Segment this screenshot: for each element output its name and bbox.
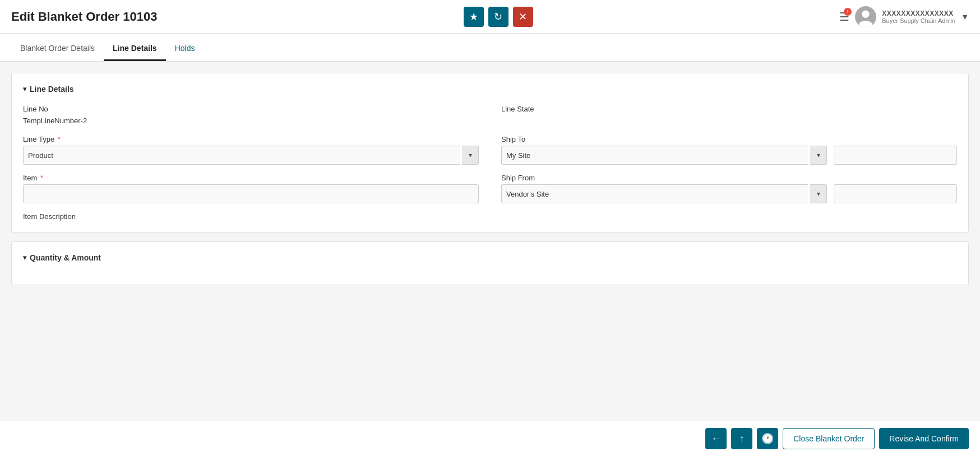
item-description-label: Item Description xyxy=(23,212,479,221)
line-type-group: Line Type * ▾ xyxy=(23,135,479,165)
svg-point-1 xyxy=(862,10,870,17)
close-button[interactable]: ✕ xyxy=(513,7,533,27)
line-type-label: Line Type * xyxy=(23,135,479,143)
tab-holds[interactable]: Holds xyxy=(166,37,204,61)
item-label: Item * xyxy=(23,174,479,182)
quantity-amount-header[interactable]: ▾ Quantity & Amount xyxy=(23,253,957,262)
user-dropdown-arrow[interactable]: ▼ xyxy=(961,12,969,21)
refresh-button[interactable]: ↻ xyxy=(488,7,509,27)
user-info: XXXXXXXXXXXXXXX Buyer Supply Chain Admin xyxy=(882,10,955,24)
ship-to-input-wrapper: ▾ xyxy=(501,146,957,165)
line-state-label: Line State xyxy=(501,105,957,113)
clock-icon: 🕐 xyxy=(761,432,774,445)
chevron-down-icon: ▾ xyxy=(23,254,26,262)
header: Edit Blanket Order 10103 ★ ↻ ✕ ☰ ! XXXXX… xyxy=(0,0,980,34)
ship-from-extra-input[interactable] xyxy=(834,184,957,203)
ship-from-label: Ship From xyxy=(501,174,957,182)
ship-to-extra-input[interactable] xyxy=(834,146,957,165)
ship-from-input[interactable] xyxy=(501,184,808,203)
star-icon: ★ xyxy=(469,11,478,23)
ship-to-label: Ship To xyxy=(501,135,957,143)
ship-from-group: Ship From ▾ xyxy=(501,174,957,203)
chevron-down-icon: ▾ xyxy=(469,151,472,159)
favorite-button[interactable]: ★ xyxy=(464,7,484,27)
line-type-required: * xyxy=(56,135,61,143)
tab-blanket-order-details[interactable]: Blanket Order Details xyxy=(11,37,104,61)
avatar xyxy=(855,6,876,27)
up-button[interactable]: ↑ xyxy=(731,428,752,449)
page-title: Edit Blanket Order 10103 xyxy=(11,10,157,24)
footer-actions: ← ↑ 🕐 Close Blanket Order Revise And Con… xyxy=(0,421,980,456)
ship-to-group: Ship To ▾ xyxy=(501,135,957,165)
line-no-value: TempLineNumber-2 xyxy=(23,115,479,126)
line-state-group: Line State xyxy=(501,105,957,126)
line-no-label: Line No xyxy=(23,105,479,113)
username: XXXXXXXXXXXXXXX xyxy=(882,10,955,17)
line-type-input[interactable] xyxy=(23,146,460,165)
close-icon: ✕ xyxy=(519,11,527,23)
chevron-down-icon: ▾ xyxy=(23,85,26,93)
back-icon: ← xyxy=(711,433,721,445)
quantity-amount-title: Quantity & Amount xyxy=(30,253,101,262)
line-details-form: Line No TempLineNumber-2 Line State Line… xyxy=(23,105,957,221)
ship-from-dropdown-button[interactable]: ▾ xyxy=(810,184,827,203)
header-right: ☰ ! XXXXXXXXXXXXXXX Buyer Supply Chain A… xyxy=(839,6,969,27)
tab-line-details[interactable]: Line Details xyxy=(104,37,166,61)
item-description-group: Item Description xyxy=(23,212,479,221)
clock-button[interactable]: 🕐 xyxy=(757,428,778,449)
line-no-group: Line No TempLineNumber-2 xyxy=(23,105,479,126)
item-required: * xyxy=(38,174,43,182)
up-icon: ↑ xyxy=(739,433,745,445)
ship-from-input-wrapper: ▾ xyxy=(501,184,957,203)
revise-and-confirm-button[interactable]: Revise And Confirm xyxy=(879,428,969,449)
user-role: Buyer Supply Chain Admin xyxy=(882,17,955,24)
tabs-bar: Blanket Order Details Line Details Holds xyxy=(0,34,980,62)
notification-wrapper: ☰ ! xyxy=(839,10,849,24)
back-button[interactable]: ← xyxy=(705,428,727,449)
line-type-input-wrapper: ▾ xyxy=(23,146,479,165)
ship-to-input[interactable] xyxy=(501,146,808,165)
chevron-down-icon: ▾ xyxy=(817,151,820,159)
item-group: Item * xyxy=(23,174,479,203)
ship-to-dropdown-button[interactable]: ▾ xyxy=(810,146,827,165)
header-actions: ★ ↻ ✕ xyxy=(464,7,533,27)
main-content: ▾ Line Details Line No TempLineNumber-2 … xyxy=(0,62,980,456)
line-details-header[interactable]: ▾ Line Details xyxy=(23,85,957,94)
line-details-title: Line Details xyxy=(30,85,74,94)
line-details-section: ▾ Line Details Line No TempLineNumber-2 … xyxy=(11,73,969,232)
refresh-icon: ↻ xyxy=(494,11,502,23)
line-type-dropdown-button[interactable]: ▾ xyxy=(462,146,479,165)
item-input[interactable] xyxy=(23,184,479,203)
close-blanket-order-button[interactable]: Close Blanket Order xyxy=(783,428,875,449)
quantity-amount-section: ▾ Quantity & Amount xyxy=(11,241,969,285)
line-state-value xyxy=(501,115,957,118)
notification-badge: ! xyxy=(844,8,852,16)
chevron-down-icon: ▾ xyxy=(817,190,820,198)
